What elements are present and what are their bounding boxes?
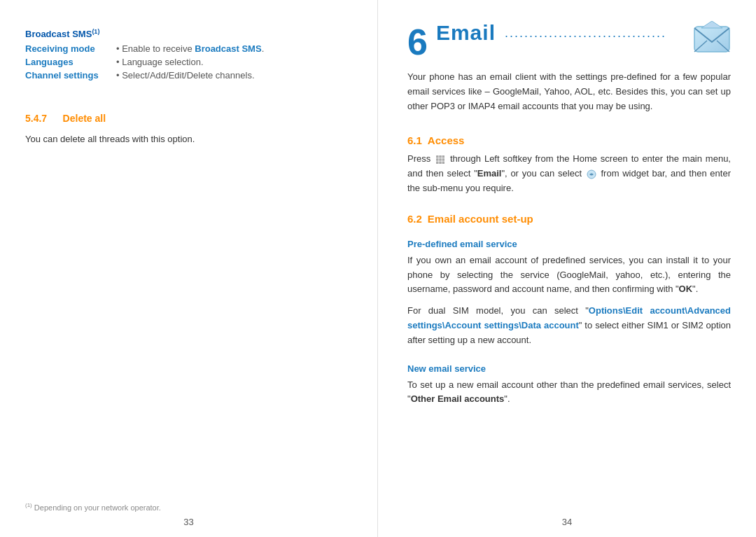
broadcast-sms-label: Broadcast SMS <box>25 29 92 39</box>
chapter-title-row: Email ................................. <box>436 21 693 45</box>
row-label-receiving: Receiving mode <box>25 42 116 55</box>
section-547-title: Delete all <box>63 113 106 124</box>
svg-rect-0 <box>694 27 729 52</box>
row-text-1: Enable to receive <box>122 43 195 54</box>
dual-text-1: For dual SIM model, you can select " <box>407 305 589 316</box>
row-text-2: Language selection. <box>122 57 203 67</box>
subsection-new-title: New email service <box>407 363 731 374</box>
section-62-header: 6.2 Email account set-up <box>407 213 731 225</box>
section-61-title: Access <box>428 134 465 146</box>
svg-rect-6 <box>442 155 445 158</box>
row-after-1: . <box>262 43 265 54</box>
svg-rect-12 <box>442 161 445 164</box>
predefined-after: ". <box>692 284 698 294</box>
widget-icon <box>587 169 596 179</box>
svg-marker-3 <box>701 21 722 28</box>
section-61-text-2: ", or you can select <box>501 168 584 179</box>
page-container: Broadcast SMS(1) Receiving mode • Enable… <box>0 0 756 537</box>
broadcast-sms-section: Broadcast SMS(1) Receiving mode • Enable… <box>25 28 352 82</box>
section-547-content: You can delete all threads with this opt… <box>25 132 352 146</box>
broadcast-sms-title: Broadcast SMS(1) <box>25 28 352 39</box>
broadcast-sms-footnote-num: (1) <box>92 28 99 35</box>
subsection-predefined-content: If you own an email account of predefine… <box>407 253 731 297</box>
new-bold: Other Email accounts <box>411 393 505 404</box>
section-62-title: Email account set-up <box>428 213 533 225</box>
broadcast-table: Receiving mode • Enable to receive Broad… <box>25 42 352 82</box>
chapter-header: 6 Email ................................… <box>407 21 731 60</box>
chapter-intro: Your phone has an email client with the … <box>407 70 731 113</box>
chapter-number: 6 <box>407 21 428 60</box>
page-number-left: 33 <box>183 517 193 527</box>
page-number-right: 34 <box>562 517 572 527</box>
footnote: (1) Depending on your network operator. <box>25 502 161 512</box>
row-content-languages: • Language selection. <box>116 55 352 69</box>
row-content-channels: • Select/Add/Edit/Delete channels. <box>116 69 352 82</box>
chapter-title-text: Email <box>436 21 496 45</box>
table-row: Channel settings • Select/Add/Edit/Delet… <box>25 69 352 82</box>
grid-menu-icon <box>435 155 445 165</box>
chapter-dots: ................................. <box>500 26 689 41</box>
section-61-num: 6.1 <box>407 134 422 146</box>
section-61-header: 6.1 Access <box>407 134 731 146</box>
svg-rect-4 <box>436 155 439 158</box>
row-label-languages: Languages <box>25 55 116 69</box>
section-547-num: 5.4.7 <box>25 113 47 124</box>
predefined-ok: OK <box>679 284 693 294</box>
section-547: 5.4.7 Delete all <box>25 113 352 124</box>
row-text-3: Select/Add/Edit/Delete channels. <box>122 70 254 81</box>
svg-rect-10 <box>436 161 439 164</box>
new-after: ". <box>504 393 510 404</box>
section-61-content: Press through Left softkey from the Home… <box>407 152 731 195</box>
table-row: Languages • Language selection. <box>25 55 352 69</box>
right-page: 6 Email ................................… <box>378 0 756 537</box>
svg-rect-9 <box>442 158 445 161</box>
svg-rect-11 <box>439 161 442 164</box>
row-content-receiving: • Enable to receive Broadcast SMS. <box>116 42 352 55</box>
footnote-num: (1) <box>25 502 32 508</box>
section-62-num: 6.2 <box>407 213 422 225</box>
svg-rect-8 <box>439 158 442 161</box>
subsection-new-content: To set up a new email account other than… <box>407 378 731 407</box>
table-row: Receiving mode • Enable to receive Broad… <box>25 42 352 55</box>
row-bold-1: Broadcast SMS <box>195 43 261 54</box>
svg-rect-5 <box>439 155 442 158</box>
left-page: Broadcast SMS(1) Receiving mode • Enable… <box>0 0 378 537</box>
row-label-channels: Channel settings <box>25 69 116 82</box>
section-61-email-bold: Email <box>477 168 502 179</box>
subsection-predefined-title: Pre-defined email service <box>407 239 731 249</box>
footnote-text: Depending on your network operator. <box>34 503 161 512</box>
svg-rect-7 <box>436 158 439 161</box>
press-label: Press <box>407 153 430 164</box>
email-icon <box>693 21 731 59</box>
subsection-predefined-dual-content: For dual SIM model, you can select "Opti… <box>407 304 731 347</box>
